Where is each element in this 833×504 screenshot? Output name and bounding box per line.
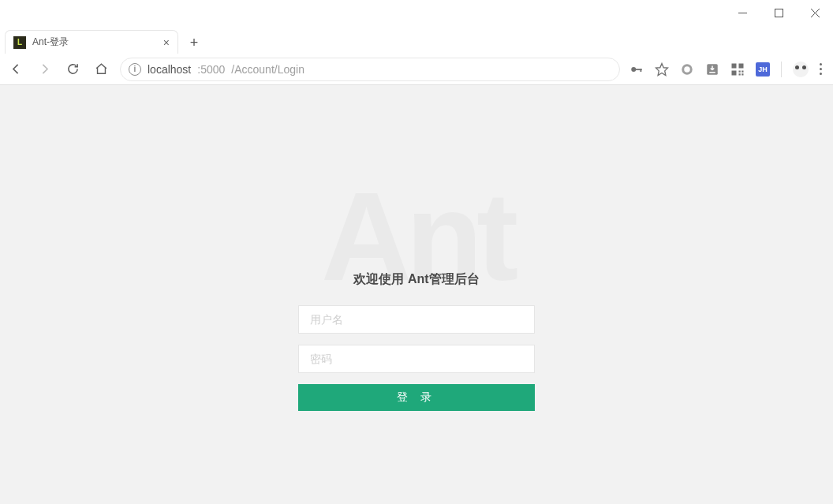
svg-rect-17: [741, 73, 743, 75]
favicon: L: [13, 36, 26, 49]
site-info-icon[interactable]: i: [129, 63, 141, 76]
svg-point-8: [683, 65, 692, 73]
minimize-button[interactable]: [724, 0, 760, 25]
browser-tab[interactable]: L Ant-登录 ×: [5, 30, 178, 54]
svg-rect-1: [775, 9, 783, 17]
qr-icon[interactable]: [730, 62, 745, 77]
address-bar[interactable]: i localhost:5000/Account/Login: [120, 58, 620, 81]
login-form: 欢迎使用 Ant管理后台 登 录: [298, 271, 535, 411]
back-button[interactable]: [6, 60, 25, 79]
password-key-icon[interactable]: [629, 62, 644, 77]
window-titlebar: [0, 0, 833, 25]
close-window-button[interactable]: [797, 0, 833, 25]
url-port: :5000: [197, 63, 225, 76]
svg-rect-11: [732, 63, 737, 68]
svg-rect-15: [741, 70, 743, 72]
download-icon[interactable]: [705, 62, 719, 77]
toolbar-separator: [781, 62, 782, 77]
new-tab-button[interactable]: +: [183, 32, 205, 54]
extension-jh-badge[interactable]: JH: [756, 62, 770, 77]
svg-point-4: [631, 67, 636, 72]
svg-rect-13: [732, 70, 737, 75]
url-path: /Account/Login: [231, 63, 304, 76]
login-button[interactable]: 登 录: [298, 384, 535, 411]
home-button[interactable]: [92, 60, 110, 79]
maximize-button[interactable]: [760, 0, 797, 25]
svg-rect-14: [739, 70, 741, 72]
svg-marker-7: [656, 63, 668, 75]
page-viewport: Ant 欢迎使用 Ant管理后台 登 录: [0, 85, 833, 504]
browser-toolbar: i localhost:5000/Account/Login JH: [0, 54, 833, 85]
close-tab-icon[interactable]: ×: [163, 36, 170, 49]
login-title: 欢迎使用 Ant管理后台: [353, 271, 479, 288]
browser-menu-icon[interactable]: [820, 63, 822, 75]
profile-avatar-icon[interactable]: [793, 62, 809, 77]
bookmark-star-icon[interactable]: [655, 62, 669, 77]
password-input[interactable]: [298, 345, 535, 373]
url-host: localhost: [148, 63, 191, 76]
svg-rect-16: [739, 73, 741, 75]
tab-strip: L Ant-登录 × +: [0, 25, 833, 54]
reload-button[interactable]: [63, 60, 82, 79]
username-input[interactable]: [298, 305, 535, 334]
svg-rect-12: [739, 63, 744, 68]
extension-circle-icon[interactable]: [680, 62, 694, 77]
tab-title: Ant-登录: [32, 35, 157, 49]
forward-button[interactable]: [35, 60, 54, 79]
svg-rect-6: [641, 69, 642, 72]
